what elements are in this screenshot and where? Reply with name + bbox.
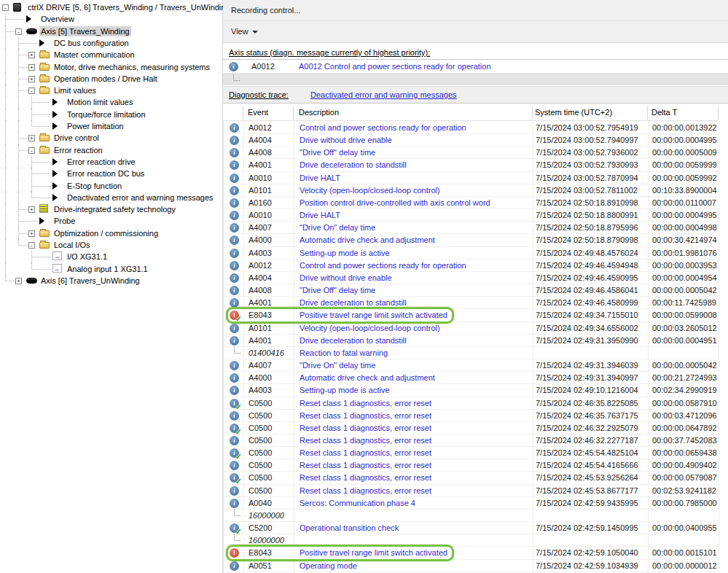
- info-icon: i: [230, 160, 239, 170]
- trace-row[interactable]: iA4003Setting-up mode is active7/15/2024…: [224, 247, 719, 260]
- tree-item-deactivated-error-and-warning-messages[interactable]: Deactivated error and warning messages: [0, 192, 222, 203]
- trace-row[interactable]: iA4003Setting-up mode is active7/15/2024…: [224, 384, 719, 397]
- collapse-icon[interactable]: -: [28, 147, 35, 154]
- trace-row[interactable]: iA4004Drive without drive enable7/15/202…: [224, 272, 719, 284]
- column-header-event[interactable]: Event: [248, 108, 268, 117]
- info-check-icon: i✓: [230, 424, 239, 433]
- expand-icon[interactable]: +: [28, 64, 35, 71]
- trace-row[interactable]: iA0160Position control drive-controlled …: [224, 197, 719, 209]
- tree-item-master-communication[interactable]: +Master communication: [0, 49, 222, 61]
- event-description: Drive HALT: [300, 211, 340, 219]
- collapse-icon[interactable]: -: [2, 4, 9, 11]
- column-header-system-time-utc-2[interactable]: System time (UTC+2): [535, 108, 612, 117]
- trace-row[interactable]: iC0500Reset class 1 diagnostics, error r…: [224, 459, 719, 472]
- trace-row[interactable]: iA4001Drive deceleration to standstill7/…: [224, 335, 719, 347]
- tree-item-overview[interactable]: Overview: [0, 13, 222, 25]
- expand-icon[interactable]: +: [15, 278, 22, 284]
- trace-row[interactable]: iA4004Drive without drive enable7/15/202…: [224, 134, 719, 147]
- tree-item-e-stop-function[interactable]: E-Stop function: [0, 180, 222, 192]
- axis-status-message[interactable]: A0012 Control and power sections ready f…: [299, 62, 491, 71]
- info-icon: i: [230, 386, 239, 395]
- trace-row[interactable]: i✓C0500Reset class 1 diagnostics, error …: [224, 447, 719, 459]
- event-code: C0500: [248, 461, 272, 469]
- system-time: 7/15/2024 02:42:59.9435995: [536, 499, 638, 507]
- collapse-icon[interactable]: -: [28, 242, 35, 249]
- tree-item-drive-integrated-safety-technology[interactable]: +Drive-integrated safety technology: [0, 203, 222, 215]
- tree-item-i-o-xg31-1[interactable]: ↔I/O XG31.1: [0, 251, 222, 262]
- tree-item-power-limitation[interactable]: Power limitation: [0, 120, 222, 132]
- tree-item-limit-values[interactable]: -Limit values: [0, 85, 222, 96]
- trace-row[interactable]: iA4001Drive deceleration to standstill7/…: [224, 159, 719, 171]
- event-code: A0010: [248, 211, 272, 219]
- trace-row[interactable]: iA4007"Drive On" delay time7/15/2024 02:…: [224, 359, 719, 372]
- trace-row[interactable]: i✓C5200Operational transition check7/15/…: [224, 522, 719, 534]
- trace-row[interactable]: iA4000Automatic drive check and adjustme…: [224, 234, 719, 246]
- event-code: A4001: [248, 298, 272, 307]
- deactivated-messages-link[interactable]: Deactivated error and warning messages: [310, 90, 457, 99]
- trace-row[interactable]: 16000000: [224, 510, 719, 522]
- view-dropdown[interactable]: View: [229, 26, 260, 36]
- trace-row[interactable]: iA0012Control and power sections ready f…: [224, 122, 719, 134]
- trace-row[interactable]: !E8043Positive travel range limit switch…: [224, 547, 719, 559]
- tree-item-drive-control[interactable]: +Drive control: [0, 132, 222, 144]
- trace-row[interactable]: iC0500Reset class 1 diagnostics, error r…: [224, 485, 719, 497]
- info-icon: i: [230, 411, 239, 421]
- delta-t: 00:00:00.0110007: [652, 198, 716, 207]
- info-icon: i: [230, 261, 239, 270]
- trace-row[interactable]: iC0500Reset class 1 diagnostics, error r…: [224, 410, 719, 422]
- collapse-icon[interactable]: -: [28, 87, 35, 94]
- column-header-delta-t[interactable]: Delta T: [651, 108, 677, 117]
- collapse-icon[interactable]: -: [15, 28, 22, 35]
- expand-icon[interactable]: +: [28, 76, 35, 82]
- trace-row[interactable]: iA4008"Drive Off" delay time7/15/2024 03…: [224, 147, 719, 159]
- tree-item-axis-5-travers-winding[interactable]: -Axis [5] Travers_Winding: [0, 26, 222, 37]
- trace-row[interactable]: !✓E8043Positive travel range limit switc…: [224, 309, 719, 321]
- trace-row[interactable]: iC0500Reset class 1 diagnostics, error r…: [224, 434, 719, 447]
- trace-row[interactable]: iA0101Velocity (open-loop/closed-loop co…: [224, 322, 719, 335]
- tree-item-axis-6-travers-unwinding[interactable]: +Axis [6] Travers_UnWinding: [0, 275, 222, 286]
- event-description: Velocity (open-loop/closed-loop control): [300, 186, 440, 195]
- tree-item-probe[interactable]: Probe: [0, 215, 222, 227]
- tree-item-dc-bus-configuration[interactable]: DC bus configuration: [0, 37, 222, 49]
- expand-icon[interactable]: +: [28, 230, 35, 237]
- tree-item-motion-limit-values[interactable]: Motion limit values: [0, 96, 222, 108]
- trace-row[interactable]: iA4008"Drive Off" delay time7/15/2024 02…: [224, 284, 719, 297]
- tree-item-error-reaction-drive[interactable]: Error reaction drive: [0, 156, 222, 168]
- expand-icon[interactable]: +: [28, 135, 35, 141]
- tree-item-operation-modes-drive-halt[interactable]: +Operation modes / Drive Halt: [0, 73, 222, 85]
- trace-row[interactable]: 16000000: [224, 534, 719, 547]
- trace-row[interactable]: i✓C0500Reset class 1 diagnostics, error …: [224, 397, 719, 410]
- tree-item-optimization-commissioning[interactable]: +Optimization / commissioning: [0, 227, 222, 239]
- trace-row[interactable]: iA4001Drive deceleration to standstill7/…: [224, 297, 719, 309]
- info-icon: i: [230, 223, 239, 233]
- trace-row[interactable]: iA0010Drive HALT7/15/2024 02:50:18.88009…: [224, 209, 719, 222]
- system-time: 7/15/2024 02:49:31.3940997: [536, 373, 638, 382]
- tree-item-label: Drive-integrated safety technology: [52, 204, 177, 214]
- trace-row[interactable]: i✓C0500Reset class 1 diagnostics, error …: [224, 422, 719, 434]
- tree-item-error-reaction-dc-bus[interactable]: Error reaction DC bus: [0, 168, 222, 179]
- trace-row[interactable]: i✓C0500Reset class 1 diagnostics, error …: [224, 472, 719, 484]
- expand-icon[interactable]: +: [28, 206, 35, 213]
- trace-row[interactable]: iA0040Sercos: Communication phase 47/15/…: [224, 497, 719, 510]
- column-header-description[interactable]: Description: [299, 108, 339, 117]
- trace-row[interactable]: iA0012Control and power sections ready f…: [224, 260, 719, 272]
- trace-row[interactable]: iA4000Automatic drive check and adjustme…: [224, 372, 719, 384]
- trace-table-header[interactable]: EventDescriptionSystem time (UTC+2)Delta…: [223, 105, 718, 121]
- tree-item-ctrlx-drive-5-6-travers-winding-travers-unwinding[interactable]: -ctrlX DRIVE [5, 6] Travers_Winding / Tr…: [0, 1, 222, 13]
- delta-t: 00:00:03.2605012: [652, 324, 717, 332]
- expand-icon[interactable]: +: [28, 52, 35, 58]
- trace-row[interactable]: iA0010Drive HALT7/15/2024 03:00:52.78709…: [224, 172, 719, 184]
- recording-control-button[interactable]: Recording control...: [229, 5, 302, 15]
- trace-row[interactable]: iA0051Operating mode7/15/2024 02:42:59.1…: [224, 560, 719, 572]
- trace-row[interactable]: 01400416Reaction to fatal warning: [224, 347, 719, 359]
- tree-item-local-i-os[interactable]: -Local I/Os: [0, 239, 222, 251]
- trace-row[interactable]: iA4007"Drive On" delay time7/15/2024 02:…: [224, 222, 719, 234]
- tree-item-torque-force-limitation[interactable]: Torque/force limitation: [0, 109, 222, 120]
- tree-item-error-reaction[interactable]: -Error reaction: [0, 144, 222, 156]
- axis-status-row[interactable]: i A0012 A0012 Control and power sections…: [223, 61, 728, 73]
- tree-item-analog-input-1-xg31-1[interactable]: ←Analog input 1 XG31.1: [0, 263, 222, 275]
- tree-item-motor-drive-mechanics-measuring-systems[interactable]: +Motor, drive mechanics, measuring syste…: [0, 61, 222, 73]
- branch-connector-icon: [233, 74, 240, 81]
- info-icon: i: [230, 324, 239, 333]
- trace-row[interactable]: iA0101Velocity (open-loop/closed-loop co…: [224, 184, 719, 197]
